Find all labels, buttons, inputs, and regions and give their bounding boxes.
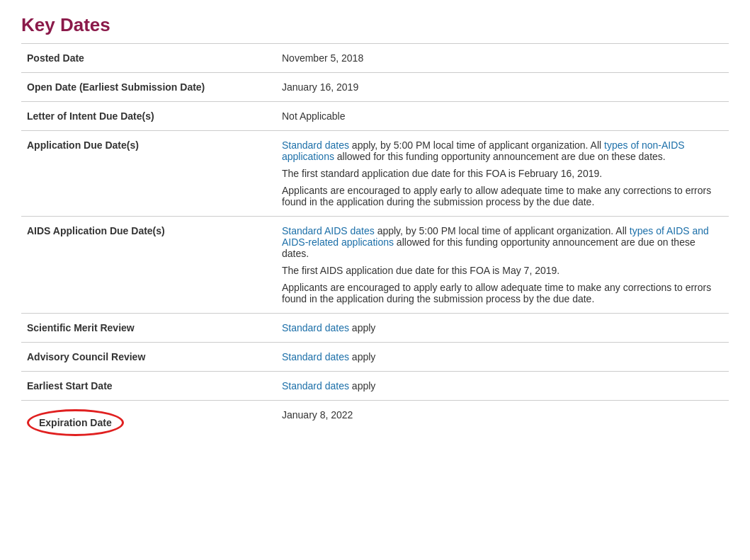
table-row: Expiration Date January 8, 2022 (21, 401, 729, 445)
standard-dates-link[interactable]: Standard dates (282, 139, 349, 151)
expiration-date-circle: Expiration Date (27, 409, 124, 436)
advisory-council-label: Advisory Council Review (21, 343, 276, 372)
scientific-merit-standard-dates-link[interactable]: Standard dates (282, 322, 349, 333)
table-row: Application Due Date(s) Standard dates a… (21, 131, 729, 217)
application-line1-suffix: allowed for this funding opportunity ann… (334, 151, 666, 162)
scientific-merit-value: Standard dates apply (276, 314, 729, 343)
letter-of-intent-label: Letter of Intent Due Date(s) (21, 102, 276, 131)
posted-date-value: November 5, 2018 (276, 44, 729, 73)
advisory-council-apply: apply (349, 351, 375, 362)
aids-due-label: AIDS Application Due Date(s) (21, 217, 276, 314)
earliest-start-apply: apply (349, 380, 375, 392)
expiration-date-value: January 8, 2022 (276, 401, 729, 445)
aids-line2: The first AIDS application due date for … (282, 265, 723, 276)
table-row: Scientific Merit Review Standard dates a… (21, 314, 729, 343)
scientific-merit-apply: apply (349, 322, 375, 333)
key-dates-table: Posted Date November 5, 2018 Open Date (… (21, 43, 729, 445)
table-row: Letter of Intent Due Date(s) Not Applica… (21, 102, 729, 131)
advisory-council-value: Standard dates apply (276, 343, 729, 372)
earliest-start-value: Standard dates apply (276, 372, 729, 401)
application-due-label: Application Due Date(s) (21, 131, 276, 217)
application-line2: The first standard application due date … (282, 168, 723, 179)
expiration-date-label: Expiration Date (21, 401, 276, 445)
open-date-label: Open Date (Earliest Submission Date) (21, 73, 276, 102)
table-row: AIDS Application Due Date(s) Standard AI… (21, 217, 729, 314)
earliest-start-standard-dates-link[interactable]: Standard dates (282, 380, 349, 392)
table-row: Posted Date November 5, 2018 (21, 44, 729, 73)
aids-due-value: Standard AIDS dates apply, by 5:00 PM lo… (276, 217, 729, 314)
scientific-merit-label: Scientific Merit Review (21, 314, 276, 343)
aids-line3: Applicants are encouraged to apply early… (282, 282, 723, 304)
table-row: Advisory Council Review Standard dates a… (21, 343, 729, 372)
expiration-date-label-text: Expiration Date (39, 417, 112, 428)
table-row: Earliest Start Date Standard dates apply (21, 372, 729, 401)
application-line1-prefix: apply, by 5:00 PM local time of applican… (349, 139, 604, 151)
earliest-start-label: Earliest Start Date (21, 372, 276, 401)
standard-aids-dates-link[interactable]: Standard AIDS dates (282, 225, 375, 236)
posted-date-label: Posted Date (21, 44, 276, 73)
page-title: Key Dates (21, 14, 729, 36)
letter-of-intent-value: Not Applicable (276, 102, 729, 131)
advisory-council-standard-dates-link[interactable]: Standard dates (282, 351, 349, 362)
application-due-value: Standard dates apply, by 5:00 PM local t… (276, 131, 729, 217)
aids-line1-prefix: apply, by 5:00 PM local time of applican… (375, 225, 630, 236)
open-date-value: January 16, 2019 (276, 73, 729, 102)
application-line3: Applicants are encouraged to apply early… (282, 185, 723, 207)
table-row: Open Date (Earliest Submission Date) Jan… (21, 73, 729, 102)
